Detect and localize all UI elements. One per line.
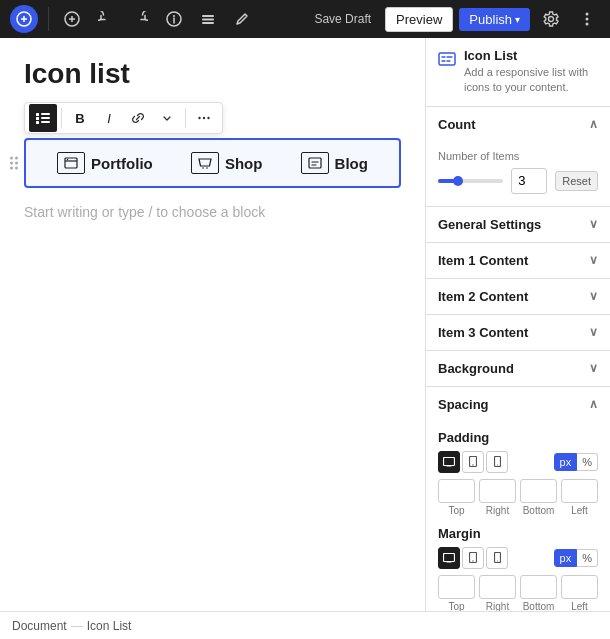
margin-device-icons: [438, 547, 508, 569]
breadcrumb-block[interactable]: Icon List: [87, 619, 132, 633]
svg-point-8: [586, 18, 589, 21]
svg-rect-24: [439, 53, 455, 65]
publish-chevron-icon: ▾: [515, 14, 520, 25]
section-background: Background ∨: [426, 351, 610, 387]
padding-px-button[interactable]: px: [554, 453, 578, 471]
icon-list-block[interactable]: Portfolio Shop Blog: [24, 138, 401, 188]
padding-bottom-input[interactable]: [520, 479, 557, 503]
list-item-1[interactable]: Portfolio: [57, 152, 153, 174]
svg-point-9: [586, 23, 589, 26]
svg-rect-30: [444, 553, 455, 561]
svg-point-17: [203, 117, 205, 119]
count-slider[interactable]: [438, 179, 503, 183]
link-button[interactable]: [124, 104, 152, 132]
section-background-chevron-icon: ∨: [589, 361, 598, 375]
padding-unit-row: px %: [554, 453, 598, 471]
block-heading[interactable]: Icon list: [24, 58, 401, 90]
wp-logo[interactable]: [8, 3, 40, 35]
info-button[interactable]: [159, 4, 189, 34]
more-options-button[interactable]: [572, 4, 602, 34]
margin-bottom-label: Bottom: [523, 601, 555, 611]
count-reset-button[interactable]: Reset: [555, 171, 598, 191]
svg-point-29: [496, 465, 497, 466]
breadcrumb-document[interactable]: Document: [12, 619, 67, 633]
topbar-right: Save Draft Preview Publish ▾: [306, 4, 602, 34]
margin-top-label: Top: [448, 601, 464, 611]
count-input[interactable]: [511, 168, 547, 194]
padding-right-input[interactable]: [479, 479, 516, 503]
padding-percent-button[interactable]: %: [577, 453, 598, 471]
edit-button[interactable]: [227, 4, 257, 34]
more-formats-button[interactable]: [153, 104, 181, 132]
margin-tablet-button[interactable]: [462, 547, 484, 569]
padding-left-input[interactable]: [561, 479, 598, 503]
settings-button[interactable]: [536, 4, 566, 34]
margin-right-label: Right: [486, 601, 509, 611]
svg-point-3: [173, 15, 175, 17]
section-background-header[interactable]: Background ∨: [426, 351, 610, 386]
undo-button[interactable]: [91, 4, 121, 34]
redo-button[interactable]: [125, 4, 155, 34]
preview-button[interactable]: Preview: [385, 7, 453, 32]
margin-mobile-button[interactable]: [486, 547, 508, 569]
bold-button[interactable]: B: [66, 104, 94, 132]
plugin-title: Icon List: [464, 48, 598, 63]
svg-rect-14: [36, 121, 39, 124]
svg-point-34: [496, 561, 497, 562]
margin-left-input[interactable]: [561, 575, 598, 599]
section-general-header[interactable]: General Settings ∨: [426, 207, 610, 242]
list-item-1-label: Portfolio: [91, 155, 153, 172]
editor-placeholder[interactable]: Start writing or type / to choose a bloc…: [24, 204, 401, 220]
padding-mobile-button[interactable]: [486, 451, 508, 473]
save-draft-button[interactable]: Save Draft: [306, 8, 379, 30]
count-row: Reset: [438, 168, 598, 194]
count-slider-thumb[interactable]: [453, 176, 463, 186]
padding-device-icons: [438, 451, 508, 473]
count-number-label: Number of Items: [438, 150, 598, 162]
more-options-toolbar-button[interactable]: [190, 104, 218, 132]
section-count-label: Count: [438, 117, 476, 132]
publish-button[interactable]: Publish ▾: [459, 8, 530, 31]
list-view-button[interactable]: [193, 4, 223, 34]
list-item-2[interactable]: Shop: [191, 152, 263, 174]
section-item1-header[interactable]: Item 1 Content ∨: [426, 243, 610, 278]
svg-rect-10: [36, 113, 39, 116]
list-item-3[interactable]: Blog: [301, 152, 368, 174]
svg-point-20: [67, 159, 68, 160]
margin-inputs-row: Top Right Bottom Left: [438, 575, 598, 611]
section-item2-chevron-icon: ∨: [589, 289, 598, 303]
svg-point-18: [207, 117, 209, 119]
margin-right-input[interactable]: [479, 575, 516, 599]
margin-bottom-input[interactable]: [520, 575, 557, 599]
margin-unit-row: px %: [554, 549, 598, 567]
list-item-1-icon: [57, 152, 85, 174]
block-toolbar: B I: [24, 102, 223, 134]
padding-left-label: Left: [571, 505, 588, 516]
section-item3-header[interactable]: Item 3 Content ∨: [426, 315, 610, 350]
padding-tablet-button[interactable]: [462, 451, 484, 473]
plugin-icon: [438, 50, 456, 72]
section-count-header[interactable]: Count ∧: [426, 107, 610, 142]
margin-percent-button[interactable]: %: [577, 549, 598, 567]
margin-top-input[interactable]: [438, 575, 475, 599]
section-spacing-header[interactable]: Spacing ∧: [426, 387, 610, 422]
padding-desktop-button[interactable]: [438, 451, 460, 473]
block-drag-handle[interactable]: [10, 157, 18, 170]
padding-left-group: Left: [561, 479, 598, 516]
svg-point-7: [586, 13, 589, 16]
svg-rect-5: [202, 19, 214, 21]
margin-px-button[interactable]: px: [554, 549, 578, 567]
margin-bottom-group: Bottom: [520, 575, 557, 611]
editor-inner: Icon list B I: [0, 38, 425, 240]
list-item-3-label: Blog: [335, 155, 368, 172]
padding-label: Padding: [438, 430, 598, 445]
svg-rect-15: [41, 121, 50, 123]
margin-desktop-button[interactable]: [438, 547, 460, 569]
italic-button[interactable]: I: [95, 104, 123, 132]
list-style-button[interactable]: [29, 104, 57, 132]
padding-top-input[interactable]: [438, 479, 475, 503]
section-item2-header[interactable]: Item 2 Content ∨: [426, 279, 610, 314]
add-block-button[interactable]: [57, 4, 87, 34]
svg-rect-23: [309, 158, 321, 168]
block-toolbar-wrapper: B I: [24, 102, 401, 134]
